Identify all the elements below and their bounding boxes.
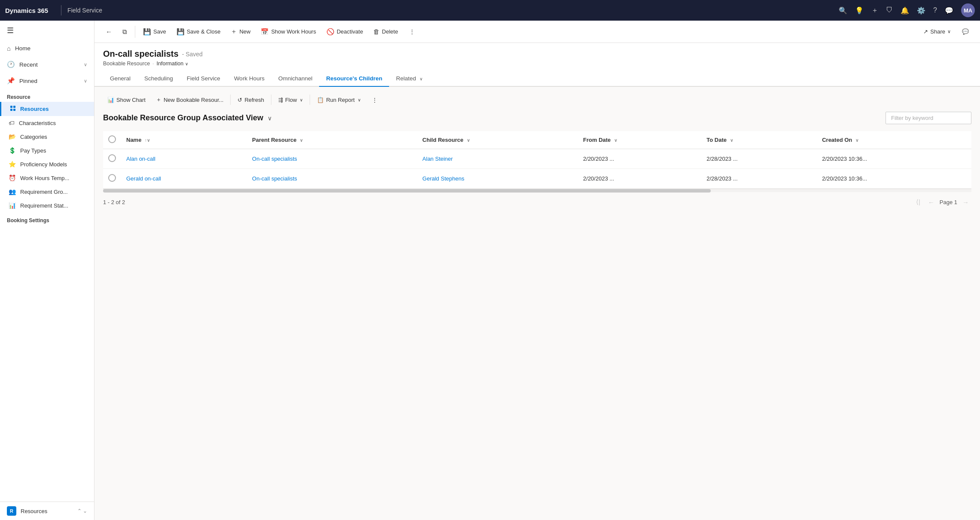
sidebar-item-work-hours-temp[interactable]: ⏰ Work Hours Temp... [0,171,94,185]
from-date-sort-icon: ∨ [614,138,617,143]
chat-panel-button[interactable]: 💬 [958,26,973,37]
sidebar-item-home[interactable]: ⌂ Home [0,40,94,56]
search-icon[interactable]: 🔍 [839,6,847,15]
select-all-header[interactable] [103,131,121,149]
first-page-button[interactable]: ⟨| [913,197,923,207]
row-1-parent-resource[interactable]: On-call specialists [247,169,417,189]
share-button[interactable]: ↗ Share ∨ [919,26,955,37]
tab-scheduling[interactable]: Scheduling [137,71,180,87]
filter-icon[interactable]: ⛉ [886,6,893,14]
row-0-checkbox[interactable] [108,154,116,162]
help-icon[interactable]: ? [933,6,937,14]
col-to-date[interactable]: To Date ∨ [701,131,817,149]
row-1-checkbox-cell[interactable] [103,169,121,189]
save-close-icon: 💾 [177,28,185,36]
row-1-name[interactable]: Gerald on-call [121,169,247,189]
plus-icon[interactable]: ＋ [871,6,878,15]
col-created-on[interactable]: Created On ∨ [817,131,971,149]
select-all-checkbox[interactable] [108,135,116,143]
save-button[interactable]: 💾 Save [139,25,170,38]
sidebar-pay-types-label: Pay Types [20,147,46,154]
parent-sort-icon: ∨ [300,138,303,143]
show-chart-icon: 📊 [107,97,114,103]
pinned-icon: 📌 [7,77,15,85]
page-title: On-call specialists [103,49,179,59]
col-child-resource[interactable]: Child Resource ∨ [417,131,578,149]
row-1-checkbox[interactable] [108,174,116,182]
avatar[interactable]: MA [961,3,975,17]
row-0-name[interactable]: Alan on-call [121,149,247,169]
sidebar-item-requirement-stat[interactable]: 📊 Requirement Stat... [0,199,94,212]
delete-button[interactable]: 🗑 Delete [369,25,402,38]
settings-icon[interactable]: ⚙️ [917,6,925,15]
sidebar-home-label: Home [15,45,30,52]
row-0-child-resource[interactable]: Alan Steiner [417,149,578,169]
app-body: ☰ ⌂ Home 🕐 Recent ∨ 📌 Pinned ∨ Resource [0,21,980,520]
sidebar-item-characteristics[interactable]: 🏷 Characteristics [0,116,94,130]
sidebar-characteristics-label: Characteristics [19,120,56,126]
sidebar-item-recent[interactable]: 🕐 Recent ∨ [0,56,94,73]
sub-toolbar-more-button[interactable]: ⋮ [368,95,382,105]
view-title-chevron-icon[interactable]: ∨ [268,115,272,122]
svg-rect-0 [10,106,12,108]
breadcrumb-view-dropdown[interactable]: Information ∨ [157,61,188,67]
sidebar-item-resources[interactable]: Resources [0,102,94,116]
prev-page-button[interactable]: ← [925,198,937,207]
flow-button[interactable]: ⇶ Flow ∨ [274,95,307,105]
tab-work-hours[interactable]: Work Hours [227,71,271,87]
tab-field-service[interactable]: Field Service [180,71,227,87]
popout-button[interactable]: ⧉ [118,25,131,38]
share-icon: ↗ [923,28,928,35]
chat-icon[interactable]: 💬 [945,6,953,15]
new-label: New [239,28,250,35]
hamburger-button[interactable]: ☰ [0,21,94,40]
filter-input[interactable] [886,112,971,124]
row-0-parent-resource[interactable]: On-call specialists [247,149,417,169]
col-name-label: Name [126,137,141,143]
toolbar-divider-1 [135,26,135,38]
sidebar-requirement-gro-label: Requirement Gro... [20,189,68,195]
row-1-child-resource[interactable]: Gerald Stephens [417,169,578,189]
tab-resources-children[interactable]: Resource's Children [319,71,389,87]
deactivate-button[interactable]: 🚫 Deactivate [322,25,367,38]
tab-omnichannel[interactable]: Omnichannel [271,71,320,87]
col-parent-resource[interactable]: Parent Resource ∨ [247,131,417,149]
brand-name: Dynamics 365 [5,7,48,14]
row-0-checkbox-cell[interactable] [103,149,121,169]
sidebar-item-pinned[interactable]: 📌 Pinned ∨ [0,73,94,89]
col-created-on-label: Created On [822,137,852,143]
horizontal-scrollbar[interactable] [103,189,971,192]
sidebar-item-categories[interactable]: 📂 Categories [0,130,94,144]
show-chart-button[interactable]: 📊 Show Chart [103,95,150,105]
sidebar-item-proficiency-models[interactable]: ⭐ Proficiency Models [0,157,94,171]
show-work-hours-button[interactable]: 📅 Show Work Hours [256,25,320,38]
save-label: Save [153,28,166,35]
tab-general[interactable]: General [103,71,137,87]
bell-icon[interactable]: 🔔 [901,6,909,15]
app-brand[interactable]: Dynamics 365 [5,7,55,14]
breadcrumb: Bookable Resource · Information ∨ [103,61,971,71]
new-button[interactable]: ＋ New [226,25,255,38]
header-row: Name ↑∨ Parent Resource ∨ Child Resource… [103,131,971,149]
refresh-button[interactable]: ↺ Refresh [233,95,268,105]
bottom-badge: R [7,506,16,516]
more-button[interactable]: ⋮ [405,26,419,37]
sidebar-requirement-stat-label: Requirement Stat... [20,202,68,209]
save-close-button[interactable]: 💾 Save & Close [172,25,225,38]
save-icon: 💾 [143,28,151,36]
tab-related[interactable]: Related ∨ [389,71,429,87]
run-report-button[interactable]: 📋 Run Report ∨ [313,95,365,105]
sidebar-bottom-resources[interactable]: R Resources ⌃ ⌄ [0,502,94,520]
table-body: Alan on-call On-call specialists Alan St… [103,149,971,189]
bulb-icon[interactable]: 💡 [855,6,864,15]
new-bookable-button[interactable]: ＋ New Bookable Resour... [152,94,228,106]
home-icon: ⌂ [7,45,11,52]
deactivate-label: Deactivate [337,28,363,35]
col-name[interactable]: Name ↑∨ [121,131,247,149]
sidebar-item-requirement-gro[interactable]: 👥 Requirement Gro... [0,185,94,199]
back-button[interactable]: ← [101,25,116,38]
flow-chevron-icon: ∨ [300,98,303,102]
sidebar-item-pay-types[interactable]: 💲 Pay Types [0,144,94,157]
col-from-date[interactable]: From Date ∨ [578,131,701,149]
next-page-button[interactable]: → [960,198,971,207]
